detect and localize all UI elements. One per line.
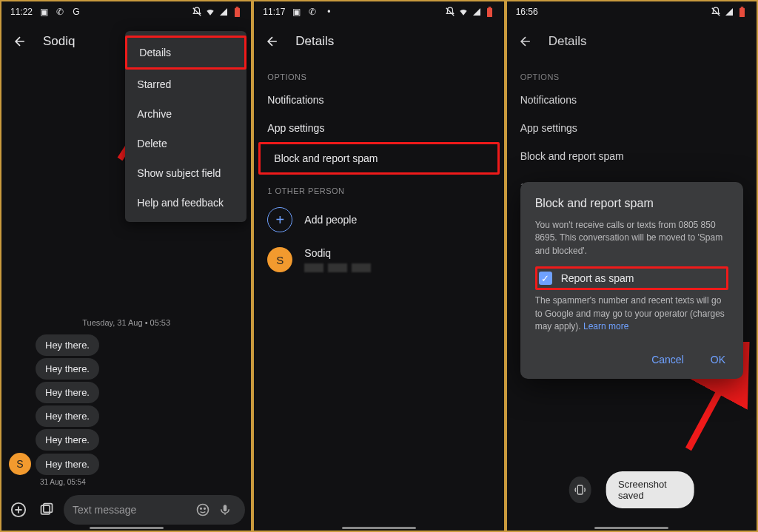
composer: Text message [1,495,251,525]
page-title: Details [549,34,587,49]
snackbar: Screenshot saved [569,471,694,508]
add-button[interactable] [7,499,30,521]
message-bubble[interactable]: Hey there. [36,454,99,475]
svg-point-9 [201,508,202,510]
nav-hint [90,527,164,529]
person-number-redacted [304,263,371,272]
dot-icon: • [323,7,334,17]
google-icon: G [71,7,81,17]
section-options-label: OPTIONS [507,61,757,86]
svg-rect-16 [739,8,745,17]
gallery-button[interactable] [36,499,58,521]
svg-rect-2 [236,7,239,8]
svg-point-10 [204,508,206,510]
battery-icon [232,7,242,17]
page-title: Details [295,34,334,49]
message-timestamp: 31 Aug, 05:54 [40,478,244,486]
whatsapp-icon: ✆ [55,7,65,17]
block-dialog: Block and report spam You won't receive … [520,182,743,379]
message-list: Tuesday, 31 Aug • 05:53 Hey there. Hey t… [1,314,251,486]
svg-rect-1 [235,8,240,17]
snackbar-text: Screenshot saved [606,471,694,508]
details-header: Details [254,22,503,61]
report-spam-checkbox-row[interactable]: ✓ Report as spam [535,266,728,290]
person-item[interactable]: S Sodiq [254,240,503,280]
option-app-settings[interactable]: App settings [507,114,757,142]
section-people-label: 1 OTHER PERSON [254,175,503,200]
message-placeholder: Text message [73,504,136,516]
signal-icon [218,7,229,17]
checkbox-label: Report as spam [561,272,634,284]
back-button[interactable] [517,33,534,50]
emoji-button[interactable] [192,499,214,521]
option-block-spam[interactable]: Block and report spam [507,142,757,170]
svg-rect-17 [741,7,744,8]
option-notifications[interactable]: Notifications [254,86,503,114]
message-bubble[interactable]: Hey there. [36,429,99,451]
svg-rect-13 [487,8,492,17]
back-button[interactable] [12,33,28,50]
message-input[interactable]: Text message [64,495,245,525]
learn-more-link[interactable]: Learn more [583,321,628,331]
menu-item-archive[interactable]: Archive [125,99,246,129]
message-bubble[interactable]: Hey there. [36,358,99,380]
add-people-button[interactable]: + Add people [254,200,503,240]
dnd-icon [192,7,202,17]
person-name: Sodiq [304,247,371,259]
message-bubble[interactable]: Hey there. [36,405,99,427]
dialog-body: You won't receive calls or texts from 08… [535,219,728,257]
menu-item-starred[interactable]: Starred [125,70,246,99]
status-time: 11:17 [263,7,285,17]
battery-icon [485,7,495,17]
overflow-menu: Details Starred Archive Delete Show subj… [125,31,246,222]
svg-rect-11 [224,505,227,511]
svg-rect-14 [489,7,492,8]
dialog-fineprint: The spammer's number and recent texts wi… [535,294,728,333]
option-block-spam[interactable]: Block and report spam [258,142,499,175]
cancel-button[interactable]: Cancel [648,349,687,370]
menu-item-subject[interactable]: Show subject field [125,158,246,188]
nav-hint [342,527,416,529]
battery-icon [737,7,748,17]
dialog-title: Block and report spam [535,197,728,210]
conversation-title: Sodiq [43,34,75,49]
plus-icon: + [267,207,292,232]
ok-button[interactable]: OK [708,349,728,370]
status-time: 11:22 [10,7,33,17]
status-bar: 16:56 [507,1,757,22]
status-bar: 11:22 ▣ ✆ G [1,1,251,22]
signal-icon [472,7,482,17]
option-app-settings[interactable]: App settings [254,114,503,142]
svg-point-8 [198,505,209,516]
panel-details: 11:17 ▣ ✆ • Details OPTIONS Notification… [252,0,505,532]
nav-hint [594,527,668,529]
image-icon: ▣ [38,7,49,17]
add-people-label: Add people [304,214,357,226]
mic-button[interactable] [214,499,236,521]
wifi-icon [458,7,469,17]
person-avatar: S [267,247,292,272]
date-header: Tuesday, 31 Aug • 05:53 [9,318,244,327]
details-header: Details [507,22,757,61]
checkbox-icon: ✓ [539,272,552,285]
menu-item-help[interactable]: Help and feedback [125,188,246,218]
menu-item-delete[interactable]: Delete [125,129,246,158]
sender-avatar[interactable]: S [9,453,31,475]
dnd-icon [445,7,455,17]
whatsapp-icon: ✆ [307,7,318,17]
menu-item-details[interactable]: Details [125,36,246,70]
panel-conversation: 11:22 ▣ ✆ G Sodiq Details Sta [0,0,252,532]
status-time: 16:56 [516,7,538,17]
signal-icon [724,7,734,17]
back-button[interactable] [264,33,281,50]
option-notifications[interactable]: Notifications [507,86,757,114]
dnd-icon [711,7,721,17]
panel-block-dialog: 16:56 Details OPTIONS Notifications App … [506,0,758,532]
share-button[interactable] [569,477,591,503]
svg-rect-20 [578,485,583,494]
message-bubble[interactable]: Hey there. [36,334,99,356]
wifi-icon [205,7,215,17]
section-options-label: OPTIONS [254,61,503,86]
message-bubble[interactable]: Hey there. [36,382,99,403]
status-bar: 11:17 ▣ ✆ • [254,1,503,22]
